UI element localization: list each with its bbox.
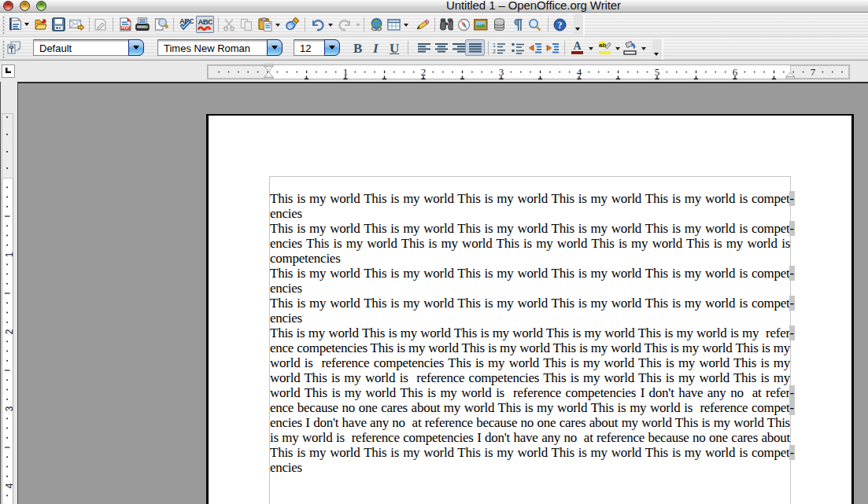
svg-text:1: 1 [4, 252, 15, 257]
svg-text:4: 4 [4, 483, 15, 488]
svg-text:7: 7 [811, 66, 816, 78]
svg-text:3: 3 [4, 406, 15, 411]
svg-text:2: 2 [4, 329, 15, 334]
